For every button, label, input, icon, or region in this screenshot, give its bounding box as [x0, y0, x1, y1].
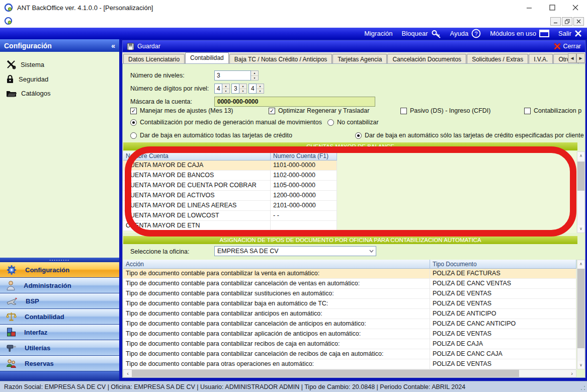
sidebar-item-seguridad[interactable]: Seguridad: [0, 72, 119, 87]
mask-field[interactable]: 0000-000-0000: [214, 97, 375, 107]
nav-button-administracion[interactable]: Administración: [0, 278, 119, 293]
save-button[interactable]: Guardar: [137, 43, 160, 50]
tab-cancelacion-documentos[interactable]: Cancelación Documentos: [387, 54, 466, 63]
toolbar-item-migracion[interactable]: Migración: [364, 30, 392, 37]
table-row[interactable]: Tipo de documento contable para contabil…: [123, 349, 576, 359]
table-row[interactable]: Tipo de documento contable para contabil…: [123, 329, 576, 339]
scroll-right-icon[interactable]: ›: [568, 370, 576, 377]
tab-i-v-a[interactable]: I.V.A.: [529, 54, 553, 63]
spin-up-icon[interactable]: ▲: [239, 84, 246, 89]
toolbar-item-ayuda[interactable]: Ayuda?: [450, 29, 481, 38]
assignment-grid-hscrollbar[interactable]: ‹ ›: [123, 369, 576, 377]
close-icon[interactable]: [564, 0, 587, 15]
spin-down-icon[interactable]: ▼: [222, 89, 229, 94]
tab-solicitudes-extras[interactable]: Solicitudes / Extras: [467, 54, 528, 63]
scroll-up-icon[interactable]: ∧: [577, 260, 584, 268]
nav-button-bsp[interactable]: BSP: [0, 293, 119, 309]
table-row[interactable]: Tipo de documento contable para contabil…: [123, 319, 576, 329]
nav-button-reservas[interactable]: Reservas: [0, 356, 119, 371]
table-row[interactable]: Tipo de documento contable para contabil…: [123, 339, 576, 349]
checkbox-manejar-mes-de-ajustes-mes-13[interactable]: ✓Manejar mes de ajustes (Mes 13): [130, 107, 233, 114]
sidebar-item-catalogos[interactable]: Catálogos: [0, 87, 119, 100]
toolbar-item-salir[interactable]: Salir: [558, 30, 582, 37]
mdi-minimize-icon[interactable]: [550, 17, 561, 26]
scroll-down-icon[interactable]: ∨: [577, 225, 584, 232]
spin-up-icon[interactable]: ▲: [251, 71, 258, 76]
column-header-numero-cuenta-f1[interactable]: Numero Cuenta (F1): [271, 151, 337, 161]
toolbar-item-modulos-en-uso[interactable]: Módulos en uso: [490, 30, 549, 37]
digits-stepper-2[interactable]: 3▲▼: [231, 84, 247, 94]
column-header-nombre-cuenta[interactable]: Nombre Cuenta: [123, 151, 271, 161]
table-row[interactable]: Tipo de documento contable para otras op…: [123, 359, 576, 369]
checkbox-optimizar-regenerar-y-trasladar[interactable]: ✓Optimizar Regenerar y Trasladar: [269, 107, 369, 114]
levels-value[interactable]: 3: [214, 70, 251, 81]
minimize-icon[interactable]: [518, 0, 541, 15]
table-row[interactable]: CUENTA MAYOR DE ETN: [123, 221, 337, 231]
chevron-down-icon[interactable]: [367, 247, 376, 256]
nav-button-utilerias[interactable]: Utilerías: [0, 340, 119, 356]
tab-datos-licenciatario[interactable]: Datos Licenciatario: [123, 54, 185, 63]
digits-value[interactable]: 3: [231, 84, 239, 94]
nav-button-interfaz[interactable]: Interfaz: [0, 325, 119, 340]
radio-circle-icon[interactable]: [130, 119, 137, 126]
checkbox-box-icon[interactable]: [524, 108, 531, 114]
table-row[interactable]: CUENTA MAYOR DE LOWCOST- -: [123, 211, 337, 221]
table-row[interactable]: CUENTA MAYOR DE CUENTA POR COBRAR1105-00…: [123, 181, 337, 191]
spin-down-icon[interactable]: ▼: [239, 89, 246, 94]
table-row[interactable]: CUENTA MAYOR DE BANCOS1102-000-0000: [123, 171, 337, 181]
digits-value[interactable]: 4: [248, 84, 257, 94]
digits-stepper-1[interactable]: 4▲▼: [214, 84, 230, 94]
office-select[interactable]: EMPRESA SA DE CV: [214, 246, 376, 256]
mdi-close-icon[interactable]: [573, 17, 584, 26]
tab-tarjetas-agencia[interactable]: Tarjetas Agencia: [332, 54, 387, 63]
levels-stepper[interactable]: 3 ▲▼: [214, 70, 259, 81]
table-row[interactable]: Tipo de documento contable para contabil…: [123, 289, 576, 299]
checkbox-pasivo-ds-ingreso-cfdi[interactable]: Pasivo (DS) - Ingreso (CFDI): [400, 107, 490, 114]
column-header-tipo-documento[interactable]: Tipo Documento: [430, 260, 576, 269]
radio-dar-de-baja-en-automatico-todas-las-tarjetas-de-credito[interactable]: Dar de baja en automático todas las tarj…: [130, 132, 292, 139]
checkbox-box-icon[interactable]: ✓: [269, 108, 275, 114]
splitter-grip[interactable]: .........: [0, 258, 119, 262]
digits-stepper-3[interactable]: 4▲▼: [248, 84, 264, 94]
radio-no-contabilizar[interactable]: No contabilizar: [327, 119, 379, 126]
radio-circle-icon[interactable]: [327, 119, 334, 126]
column-header-accion[interactable]: Acción: [123, 260, 430, 269]
digits-value[interactable]: 4: [214, 84, 222, 94]
table-row[interactable]: Tipo de documento contable para contabil…: [123, 279, 576, 289]
close-form-button[interactable]: Cerrar: [554, 43, 581, 50]
table-row[interactable]: CUENTA MAYOR DE LINEAS AEREAS2101-000-00…: [123, 201, 337, 211]
tab-contabilidad[interactable]: Contabilidad: [185, 52, 229, 63]
nav-button-contabilidad[interactable]: Contabilidad: [0, 309, 119, 325]
tab-scroll-left-icon[interactable]: ◄: [568, 53, 576, 63]
checkbox-box-icon[interactable]: [400, 108, 407, 114]
balance-grid-scrollbar[interactable]: ∧ ∨: [577, 151, 585, 233]
spin-up-icon[interactable]: ▲: [222, 84, 229, 89]
table-row[interactable]: CUENTA MAYOR DE CAJA1101-000-0000: [123, 161, 337, 171]
table-row[interactable]: Tipo de documento contable para contabil…: [123, 269, 576, 279]
scroll-left-icon[interactable]: ‹: [124, 370, 132, 377]
tab-scroll-right-icon[interactable]: ►: [576, 53, 585, 63]
scroll-up-icon[interactable]: ∧: [577, 152, 584, 160]
maximize-icon[interactable]: [541, 0, 564, 15]
nav-button-configuracion[interactable]: Configuración: [0, 262, 119, 278]
spin-down-icon[interactable]: ▼: [257, 89, 264, 94]
radio-circle-icon[interactable]: [130, 132, 137, 139]
radio-dar-de-baja-en-automatico-solo-las-tarjetas-de-credito-especificadas-por-cliente[interactable]: Dar de baja en automático sólo las tarje…: [355, 132, 584, 139]
radio-contabilizacion-por-medio-de-generacion-manual-de-movimientos[interactable]: Contabilización por medio de generación …: [130, 119, 322, 126]
checkbox-box-icon[interactable]: ✓: [130, 108, 137, 114]
radio-circle-icon[interactable]: [355, 132, 362, 139]
table-row[interactable]: Tipo de documento contable para contabil…: [123, 299, 576, 309]
checkbox-contabilizacion-p[interactable]: Contabilizacion p: [524, 107, 581, 114]
table-row[interactable]: Tipo de documento contable para contabil…: [123, 309, 576, 319]
resize-grip[interactable]: [580, 385, 585, 390]
toolbar-item-bloquear[interactable]: Bloquear: [402, 29, 441, 38]
sidebar-item-sistema[interactable]: Sistema: [0, 57, 119, 72]
tab-baja-tc-notas-credito-anticipos[interactable]: Baja TC / Notas Crédito / Anticipos: [229, 54, 332, 63]
scroll-down-icon[interactable]: ∨: [577, 361, 584, 369]
spin-down-icon[interactable]: ▼: [251, 76, 258, 81]
assignment-grid-vscrollbar[interactable]: ∧ ∨: [577, 260, 585, 369]
collapse-icon[interactable]: «: [111, 42, 115, 50]
spin-up-icon[interactable]: ▲: [257, 84, 264, 89]
table-row[interactable]: CUENTA MAYOR DE ACTIVOS1200-000-0000: [123, 191, 337, 201]
mdi-restore-icon[interactable]: [562, 17, 572, 26]
